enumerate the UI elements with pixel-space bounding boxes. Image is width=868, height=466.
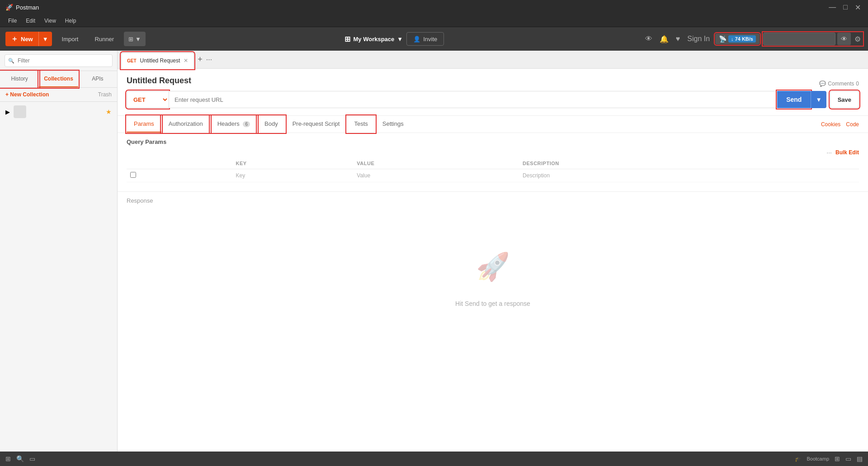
tab-more-button[interactable]: ··· xyxy=(206,56,212,64)
tab-settings[interactable]: Settings xyxy=(375,116,411,133)
status-bar-icon-2[interactable]: 🔍 xyxy=(16,455,24,462)
row-value[interactable]: Value xyxy=(353,169,519,182)
request-title: Untitled Request xyxy=(127,76,191,86)
tab-close-button[interactable]: ✕ xyxy=(184,57,188,64)
app-title: Postman xyxy=(16,4,827,11)
tab-add-button[interactable]: + xyxy=(196,55,204,64)
visibility-toggle-button[interactable]: 👁 xyxy=(643,33,654,45)
menu-view[interactable]: View xyxy=(40,16,61,26)
sidebar-tab-collections[interactable]: Collections xyxy=(39,71,78,87)
menu-edit[interactable]: Edit xyxy=(21,16,40,26)
environment-selector-bar: 👁 ⚙ xyxy=(763,33,863,45)
import-button[interactable]: Import xyxy=(56,32,85,46)
signin-label: Sign In xyxy=(687,35,710,43)
star-icon[interactable]: ★ xyxy=(106,108,112,115)
new-button[interactable]: ＋ New ▼ xyxy=(5,32,52,46)
sidebar-search-area xyxy=(0,51,117,71)
settings-gear-button[interactable]: ⚙ xyxy=(853,33,863,45)
menubar: File Edit View Help xyxy=(0,14,868,27)
param-checkbox[interactable] xyxy=(130,172,136,178)
search-wrap xyxy=(5,54,113,67)
params-more-button[interactable]: ··· xyxy=(826,149,832,156)
notifications-button[interactable]: 🔔 xyxy=(658,33,670,45)
statusbar-right: 🎓 Bootcamp ⊞ ▭ ▤ xyxy=(795,455,863,462)
params-table: KEY VALUE DESCRIPTION Key Value Descript… xyxy=(127,158,859,182)
invite-label: Invite xyxy=(423,36,437,43)
layout-icon[interactable]: ⊞ xyxy=(835,455,840,462)
invite-button[interactable]: 👤 Invite xyxy=(406,32,444,46)
url-input[interactable] xyxy=(169,91,777,108)
plus-icon: ＋ xyxy=(11,34,18,44)
new-dropdown-arrow[interactable]: ▼ xyxy=(39,32,52,46)
sidebar-tab-apis[interactable]: APIs xyxy=(78,71,117,87)
tab-params[interactable]: Params xyxy=(127,116,161,133)
menu-help[interactable]: Help xyxy=(61,16,81,26)
titlebar: 🚀 Postman — □ ✕ xyxy=(0,0,868,14)
table-row: Key Value Description xyxy=(127,169,859,182)
toolbar-center: ⊞ My Workspace ▼ 👤 Invite xyxy=(149,32,640,46)
collection-avatar xyxy=(14,105,26,118)
terminal-icon[interactable]: ▤ xyxy=(857,455,863,462)
new-button-label: New xyxy=(21,36,33,43)
comments-count: 0 xyxy=(856,81,859,87)
workspace-selector[interactable]: ⊞ My Workspace ▼ xyxy=(344,35,403,43)
url-bar: GET POST PUT DELETE PATCH Send ▼ Save xyxy=(127,91,859,108)
comments-label: Comments xyxy=(828,81,854,87)
method-select[interactable]: GET POST PUT DELETE PATCH xyxy=(127,91,169,108)
params-section-title: Query Params xyxy=(127,138,859,145)
new-collection-button[interactable]: + New Collection xyxy=(5,91,49,98)
tab-body[interactable]: Body xyxy=(257,116,285,133)
bootcamp-icon: 🎓 xyxy=(795,456,801,462)
send-dropdown-button[interactable]: ▼ xyxy=(811,91,826,108)
table-header-row: KEY VALUE DESCRIPTION xyxy=(127,158,859,169)
menu-file[interactable]: File xyxy=(4,16,21,26)
environment-eye-button[interactable]: 👁 xyxy=(837,33,851,45)
bulk-edit-button[interactable]: Bulk Edit xyxy=(835,149,859,156)
minimize-button[interactable]: — xyxy=(827,3,838,12)
tab-prerequest[interactable]: Pre-request Script xyxy=(285,116,347,133)
col-actions-header xyxy=(811,158,859,169)
filter-input[interactable] xyxy=(5,54,113,67)
row-key[interactable]: Key xyxy=(232,169,354,182)
trash-button[interactable]: Trash xyxy=(98,91,112,98)
heart-button[interactable]: ♥ xyxy=(674,33,682,45)
satellite-icon: 📡 xyxy=(719,35,726,43)
satellite-network-indicator[interactable]: 📡 ↓ 74 KB/s xyxy=(715,33,760,44)
collection-item[interactable]: ▶ ★ xyxy=(0,102,117,122)
expand-arrow-icon: ▶ xyxy=(5,109,10,115)
tab-method-badge: GET xyxy=(127,58,137,63)
network-speed: ↓ 74 KB/s xyxy=(728,35,756,43)
close-button[interactable]: ✕ xyxy=(853,3,863,12)
params-section: Query Params ··· Bulk Edit KEY VALUE DES… xyxy=(118,133,868,188)
status-bar-icon-3[interactable]: ▭ xyxy=(29,455,35,462)
layout-button[interactable]: ⊞ ▼ xyxy=(124,32,146,46)
maximize-button[interactable]: □ xyxy=(841,3,849,12)
sidebar-tab-history[interactable]: History xyxy=(0,71,39,87)
comments-button[interactable]: 💬 Comments 0 xyxy=(819,81,859,87)
sidebar-tabs: History Collections APIs xyxy=(0,71,117,88)
tab-tests[interactable]: Tests xyxy=(347,116,375,133)
comment-icon: 💬 xyxy=(819,81,826,87)
panel-icon[interactable]: ▭ xyxy=(845,455,851,462)
request-tabs-right: Cookies Code xyxy=(821,121,859,128)
tab-headers[interactable]: Headers 6 xyxy=(210,116,257,133)
col-checkbox xyxy=(127,158,232,169)
tab-untitled-request[interactable]: GET Untitled Request ✕ xyxy=(121,52,194,69)
tab-authorization[interactable]: Authorization xyxy=(161,116,210,133)
toolbar: ＋ New ▼ Import Runner ⊞ ▼ ⊞ My Workspace… xyxy=(0,27,868,51)
save-button[interactable]: Save xyxy=(830,91,859,108)
new-button-main[interactable]: ＋ New xyxy=(5,32,39,46)
code-link[interactable]: Code xyxy=(846,121,859,128)
cookies-link[interactable]: Cookies xyxy=(821,121,840,128)
status-bar-icon-1[interactable]: ⊞ xyxy=(5,455,11,462)
response-label: Response xyxy=(127,192,859,208)
runner-button[interactable]: Runner xyxy=(88,32,120,46)
row-description[interactable]: Description xyxy=(519,169,811,182)
new-collection-area: + New Collection Trash xyxy=(0,88,117,102)
toolbar-right: 👁 🔔 ♥ Sign In 📡 ↓ 74 KB/s 👁 ⚙ xyxy=(643,33,863,45)
send-button[interactable]: Send xyxy=(777,91,811,108)
response-empty-state: 🚀 Hit Send to get a response xyxy=(127,208,859,343)
signin-button[interactable]: Sign In xyxy=(685,33,712,45)
bootcamp-label[interactable]: Bootcamp xyxy=(807,456,829,461)
environment-input[interactable] xyxy=(763,33,835,45)
